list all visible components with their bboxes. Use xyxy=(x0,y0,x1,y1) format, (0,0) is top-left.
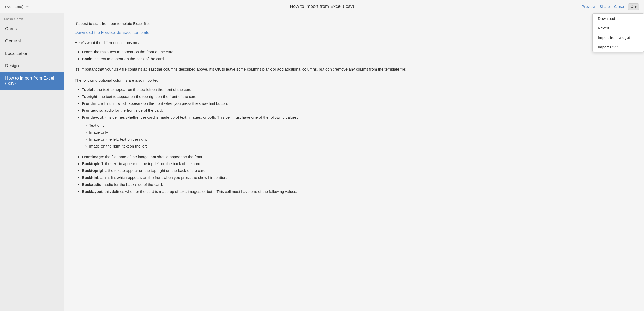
no-name-label: (No name) xyxy=(5,4,23,9)
optional-col-fronthint: Fronthint: a hint lint which appears on … xyxy=(82,100,634,107)
optional-col-frontimage: Frontimage: the filename of the image th… xyxy=(82,153,634,160)
frontlayout-text-only: Text only xyxy=(89,122,634,129)
header: (No name) ✏ How to import from Excel (.c… xyxy=(0,0,644,13)
share-link[interactable]: Share xyxy=(600,4,610,9)
settings-gear-icon: ⚙ xyxy=(630,5,634,9)
sidebar-item-cards[interactable]: Cards xyxy=(0,23,64,35)
dropdown-menu: Download Revert... Import from widget Im… xyxy=(592,13,644,52)
header-left: (No name) ✏ xyxy=(5,4,57,9)
edit-icon[interactable]: ✏ xyxy=(26,5,29,9)
basic-column-front: Front: the main text to appear on the fr… xyxy=(82,48,634,55)
frontlayout-image-right: Image on the right, text on the left xyxy=(89,143,634,150)
frontlayout-image-left: Image on the left, text on the right xyxy=(89,136,634,143)
optional-col-frontlayout: Frontlayout: this defines whether the ca… xyxy=(82,114,634,150)
dropdown-download[interactable]: Download xyxy=(593,14,644,23)
content-area: It's best to start from our template Exc… xyxy=(64,13,644,311)
optional-col-frontaudio: Frontaudio: audio for the front side of … xyxy=(82,107,634,114)
optional-col-topleft: Topleft: the text to appear on the top-l… xyxy=(82,86,634,93)
sidebar-item-design[interactable]: Design xyxy=(0,60,64,72)
basic-column-back: Back: the text to appear on the back of … xyxy=(82,55,634,62)
optional-col-topright: Topright: the text to appear on the top-… xyxy=(82,93,634,100)
frontlayout-values: Text only Image only Image on the left, … xyxy=(89,122,634,150)
sidebar-app-name: Flash Cards xyxy=(0,13,64,23)
optional-intro: The following optional columns are also … xyxy=(75,77,634,83)
sidebar-item-localization[interactable]: Localization xyxy=(0,47,64,60)
dropdown-revert[interactable]: Revert... xyxy=(593,23,644,33)
main-layout: Flash Cards Cards General Localization D… xyxy=(0,13,644,311)
preview-link[interactable]: Preview xyxy=(582,4,595,9)
header-right: Preview Share Close ⚙ ▾ xyxy=(582,3,639,10)
optional-col-backtopright: Backtopright: the text to appear on the … xyxy=(82,167,634,174)
optional-col-backaudio: Backaudio: audio for the back side of th… xyxy=(82,181,634,188)
frontlayout-image-only: Image only xyxy=(89,129,634,136)
intro-text: It's best to start from our template Exc… xyxy=(75,21,634,27)
optional-col-backtopleft: Backtopleft: the text to appear on the t… xyxy=(82,160,634,167)
template-link[interactable]: Download the Flashcards Excel template xyxy=(75,30,634,35)
sidebar-item-how-to-import[interactable]: How to import from Excel (.csv) xyxy=(0,72,64,90)
close-link[interactable]: Close xyxy=(614,4,624,9)
dropdown-import-widget[interactable]: Import from widget xyxy=(593,33,644,42)
optional-col-backhint: Backhint: a hint lint which appears on t… xyxy=(82,174,634,181)
dropdown-import-csv[interactable]: Import CSV xyxy=(593,42,644,52)
sidebar: Flash Cards Cards General Localization D… xyxy=(0,13,64,311)
optional-columns-list: Topleft: the text to appear on the top-l… xyxy=(82,86,634,195)
warning-text: It's important that your .csv file conta… xyxy=(75,66,634,73)
app-container: (No name) ✏ How to import from Excel (.c… xyxy=(0,0,644,311)
settings-dropdown-icon: ▾ xyxy=(635,5,637,9)
optional-col-backlayout: Backlayout: this defines whether the car… xyxy=(82,188,634,195)
columns-intro: Here's what the different columns mean: xyxy=(75,40,634,46)
settings-button[interactable]: ⚙ ▾ xyxy=(628,3,639,10)
basic-columns-list: Front: the main text to appear on the fr… xyxy=(82,48,634,62)
sidebar-item-general[interactable]: General xyxy=(0,35,64,47)
page-title: How to import from Excel (.csv) xyxy=(290,4,354,9)
